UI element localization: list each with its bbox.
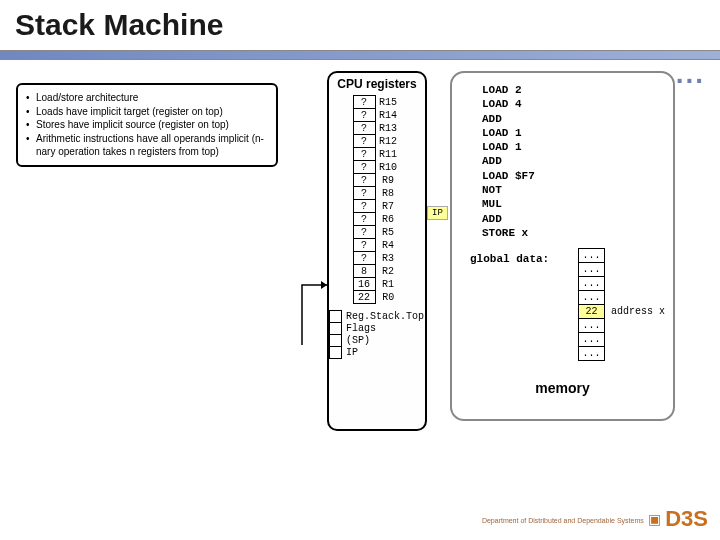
extra-reg-label: Flags [341,323,424,335]
reg-name: R9 [375,174,401,187]
asm-line: LOAD 2 [482,83,673,97]
slide-content: Load/store architecture Loads have impli… [0,60,720,520]
reg-name: R0 [375,291,401,304]
mem-annotation [605,249,666,263]
extra-reg-box [330,323,342,335]
reg-value: 8 [353,265,375,278]
asm-line: LOAD 1 [482,140,673,154]
reg-value: ? [353,174,375,187]
extra-registers: Reg.Stack.TopFlags(SP)IP [329,310,425,359]
reg-name: R4 [375,239,401,252]
reg-value: 16 [353,278,375,291]
mem-cell: ... [579,277,605,291]
reg-name: R1 [375,278,401,291]
reg-value: ? [353,213,375,226]
reg-name: R14 [375,109,401,122]
asm-line: ADD [482,154,673,168]
bullets-list: Load/store architecture Loads have impli… [26,91,268,159]
asm-line: STORE x [482,226,673,240]
extra-reg-box [330,347,342,359]
asm-line: MUL [482,197,673,211]
bullet-item: Stores have implicit source (register on… [26,118,268,132]
logo-icon: ▣ [648,511,661,527]
mem-annotation: address x [605,305,666,319]
extra-reg-box [330,335,342,347]
memory-title: memory [455,380,670,396]
title-underline [0,50,720,60]
assembly-listing: LOAD 2LOAD 4ADDLOAD 1LOAD 1ADDLOAD $F7NO… [452,73,673,240]
reg-value: ? [353,161,375,174]
brand-text: D3S [665,506,708,532]
bullet-item: Arithmetic instructions have all operand… [26,132,268,159]
ip-pointer: IP [427,206,448,220]
mem-cell: ... [579,249,605,263]
extra-reg-label: Reg.Stack.Top [341,311,424,323]
reg-name: R8 [375,187,401,200]
reg-value: ? [353,122,375,135]
reg-value: ? [353,135,375,148]
asm-line: LOAD $F7 [482,169,673,183]
bullets-panel: Load/store architecture Loads have impli… [16,83,278,167]
reg-value: 22 [353,291,375,304]
reg-value: ? [353,96,375,109]
asm-line: NOT [482,183,673,197]
mem-cell: ... [579,319,605,333]
reg-name: R13 [375,122,401,135]
mem-annotation [605,291,666,305]
dept-text: Department of Distributed and Dependable… [482,517,644,524]
memory-cells: ............22address x......... [578,248,666,361]
mem-annotation [605,333,666,347]
mem-cell: ... [579,333,605,347]
reg-name: R10 [375,161,401,174]
reg-name: R15 [375,96,401,109]
bullet-item: Load/store architecture [26,91,268,105]
reg-name: R3 [375,252,401,265]
mem-annotation [605,319,666,333]
reg-value: ? [353,109,375,122]
reg-name: R2 [375,265,401,278]
reg-value: ? [353,252,375,265]
reg-name: R12 [375,135,401,148]
mem-cell: 22 [579,305,605,319]
mem-annotation [605,277,666,291]
reg-value: ? [353,187,375,200]
asm-line: ADD [482,212,673,226]
mem-cell: ... [579,263,605,277]
extra-reg-box [330,311,342,323]
footer-logo: Department of Distributed and Dependable… [482,506,708,532]
reg-name: R6 [375,213,401,226]
reg-name: R5 [375,226,401,239]
extra-reg-label: IP [341,347,424,359]
mem-cell: ... [579,347,605,361]
mem-annotation [605,263,666,277]
memory-panel: IP LOAD 2LOAD 4ADDLOAD 1LOAD 1ADDLOAD $F… [450,71,675,421]
cpu-title: CPU registers [329,73,425,93]
asm-line: LOAD 4 [482,97,673,111]
reg-value: ? [353,148,375,161]
mem-annotation [605,347,666,361]
asm-line: ADD [482,112,673,126]
slide-title: Stack Machine [15,8,705,42]
reg-value: ? [353,239,375,252]
reg-value: ? [353,226,375,239]
reg-name: R11 [375,148,401,161]
register-table: ?R15?R14?R13?R12?R11?R10?R9?R8?R7?R6?R5?… [353,95,402,304]
bullet-item: Loads have implicit target (register on … [26,105,268,119]
reg-value: ? [353,200,375,213]
reg-name: R7 [375,200,401,213]
global-data-label: global data: [470,253,549,265]
mem-cell: ... [579,291,605,305]
asm-line: LOAD 1 [482,126,673,140]
extra-reg-label: (SP) [341,335,424,347]
slide-header: Stack Machine [0,0,720,60]
cpu-panel: CPU registers ?R15?R14?R13?R12?R11?R10?R… [327,71,427,431]
